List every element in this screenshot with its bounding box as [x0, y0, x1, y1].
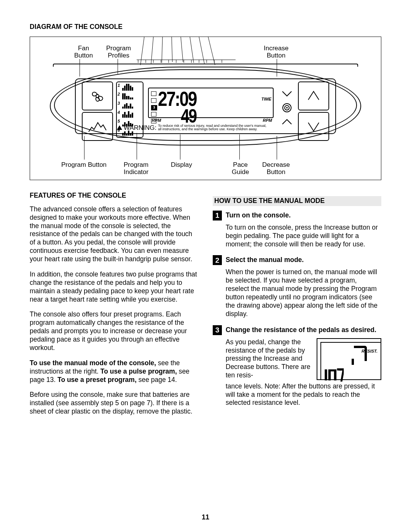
svg-line-7: [208, 37, 215, 65]
step-3: 3 Change the resistance of the pedals as…: [213, 325, 381, 335]
callout-pace-guide: Pace Guide: [232, 161, 249, 176]
svg-line-4: [181, 37, 183, 62]
callout-increase-button: Increase Button: [264, 45, 288, 59]
callout-fan-button: Fan Button: [74, 45, 93, 59]
display: 3 27:09 49 TIME: [148, 88, 274, 118]
chevron-down-large-icon: [306, 119, 321, 134]
right-column: HOW TO USE THE MANUAL MODE 1 Turn on the…: [213, 192, 381, 423]
warning-word: WARNING:: [124, 124, 156, 132]
resist-value: ıп⁊: [323, 365, 344, 382]
profile-num: 2: [118, 92, 120, 97]
step-body-3b: tance levels. Note: After the buttons ar…: [226, 382, 381, 407]
step-num-1: 1: [213, 211, 222, 220]
program-indicator: 3: [151, 105, 157, 110]
fan-icon: [89, 87, 106, 105]
program-button[interactable]: [82, 112, 113, 141]
features-p1: The advanced console offers a selection …: [30, 205, 198, 264]
step-title-3: Change the resistance of the pedals as d…: [226, 325, 376, 334]
svg-point-24: [286, 107, 288, 109]
svg-line-5: [190, 37, 194, 63]
pace-guide: [280, 91, 293, 125]
pace-target-icon: [282, 103, 292, 113]
profile-num: 3: [118, 101, 120, 106]
svg-line-2: [162, 37, 162, 63]
profile-num: 1: [118, 83, 120, 88]
warning-triangle-icon: [117, 125, 122, 130]
fan-button[interactable]: [82, 81, 113, 110]
section-title-features: FEATURES OF THE CONSOLE: [30, 192, 198, 200]
step-body-2: When the power is turned on, the manual …: [226, 268, 381, 318]
warning-strip: WARNING: To reduce risk of serious injur…: [117, 124, 294, 132]
features-p3: The console also offers four preset prog…: [30, 310, 198, 352]
pace-down-icon: [282, 91, 292, 97]
svg-line-3: [172, 37, 172, 62]
step-body-1: To turn on the console, press the Increa…: [226, 224, 381, 249]
step-body-3a: As you pedal, change the resistance of t…: [226, 338, 311, 380]
features-p2: In addition, the console features two pu…: [30, 270, 198, 304]
left-column: FEATURES OF THE CONSOLE The advanced con…: [30, 192, 198, 423]
warning-line2: all instructions, and the warnings befor…: [158, 127, 257, 131]
step-2: 2 Select the manual mode.: [213, 255, 381, 265]
step-title-1: Turn on the console.: [226, 211, 291, 220]
console-diagram: Fan Button Program Profiles Increase But…: [30, 37, 381, 180]
features-p4: To use the manual mode of the console, s…: [30, 359, 198, 384]
callout-program-profiles: Program Profiles: [106, 45, 131, 59]
callout-display: Display: [171, 161, 192, 169]
section-title-diagram: DIAGRAM OF THE CONSOLE: [30, 23, 381, 31]
features-p5: Before using the console, make sure that…: [30, 391, 198, 416]
lcd-time-label: TIME: [261, 97, 271, 102]
svg-line-0: [140, 37, 144, 65]
hatch-lines: [137, 37, 236, 66]
decrease-button[interactable]: [298, 112, 329, 141]
chevron-up-large-icon: [306, 88, 321, 104]
step-num-3: 3: [213, 325, 222, 335]
step-1: 1 Turn on the console.: [213, 211, 381, 220]
console-body: 1 2 3 4 5 6: [53, 64, 358, 142]
profile-num: 4: [118, 110, 120, 115]
page-number: 11: [0, 513, 411, 522]
step-num-2: 2: [213, 255, 222, 265]
lcd-rpm-label-left: RPM: [152, 118, 161, 123]
increase-button[interactable]: [298, 81, 329, 110]
resist-label: RESIST.: [362, 349, 378, 354]
step-title-2: Select the manual mode.: [226, 255, 304, 264]
resist-inset: RESIST. ıп⁊: [317, 338, 381, 380]
section-title-manual: HOW TO USE THE MANUAL MODE: [213, 196, 381, 206]
callout-decrease-button: Decrease Button: [262, 161, 290, 176]
lcd-rpm-label-right: RPM: [263, 118, 272, 123]
callout-program-indicator: Program Indicator: [124, 161, 148, 176]
callout-program-button: Program Button: [61, 161, 107, 169]
mountain-icon: [88, 119, 107, 134]
